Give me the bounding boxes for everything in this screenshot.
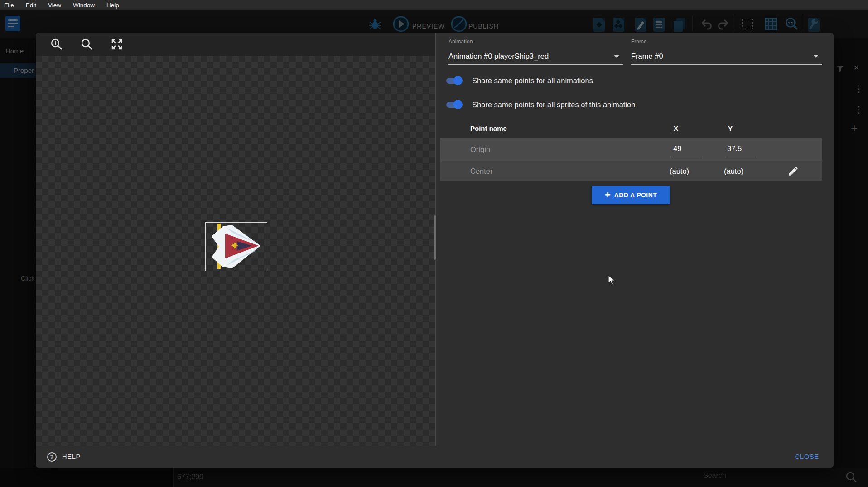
- sprite-canvas[interactable]: [36, 33, 436, 446]
- center-y-value: (auto): [724, 167, 743, 175]
- column-header-y: Y: [728, 124, 733, 132]
- column-header-x: X: [674, 124, 678, 132]
- plus-icon: +: [605, 191, 611, 200]
- center-x-value: (auto): [670, 167, 689, 175]
- menu-help[interactable]: Help: [106, 2, 119, 9]
- share-points-sprites-toggle[interactable]: [445, 100, 463, 109]
- menu-view[interactable]: View: [48, 2, 61, 9]
- chevron-down-icon: [813, 55, 819, 58]
- origin-y-field[interactable]: 37.5: [726, 142, 757, 157]
- edit-point-button[interactable]: [787, 165, 799, 177]
- animation-select[interactable]: Animation Animation #0 playerShip3_red: [448, 38, 623, 65]
- canvas-toolbar: [36, 33, 436, 56]
- frame-select-label: Frame: [631, 38, 647, 45]
- origin-x-field[interactable]: 49: [672, 142, 703, 157]
- table-row-origin[interactable]: Origin 49 37.5: [440, 138, 822, 161]
- animation-select-value: Animation #0 playerShip3_red: [448, 52, 549, 61]
- menu-window[interactable]: Window: [73, 2, 95, 9]
- frame-select[interactable]: Frame Frame #0: [631, 38, 822, 65]
- edit-points-dialog: Animation Animation #0 playerShip3_red F…: [36, 33, 834, 468]
- scrollbar-thumb[interactable]: [434, 215, 436, 260]
- sprite-frame[interactable]: [205, 222, 267, 271]
- share-points-animations-toggle[interactable]: [445, 76, 463, 85]
- zoom-in-icon[interactable]: [50, 38, 63, 51]
- dialog-footer: ? HELP CLOSE: [36, 446, 834, 468]
- help-button[interactable]: ? HELP: [47, 452, 81, 462]
- app-root: PREVIEW PUBLISH: [0, 0, 868, 487]
- player-ship-sprite: [206, 223, 267, 271]
- toggle-label: Share same points for all sprites of thi…: [472, 100, 635, 109]
- share-points-sprites-row: Share same points for all sprites of thi…: [445, 99, 635, 110]
- point-name: Center: [470, 167, 493, 175]
- animation-select-label: Animation: [448, 38, 473, 45]
- frame-select-value: Frame #0: [631, 52, 663, 61]
- mouse-cursor: [608, 275, 616, 287]
- menu-edit[interactable]: Edit: [26, 2, 36, 9]
- zoom-out-icon[interactable]: [81, 38, 93, 51]
- add-a-point-button[interactable]: + ADD A POINT: [592, 186, 670, 204]
- fit-to-screen-icon[interactable]: [111, 38, 123, 51]
- point-name: Origin: [470, 145, 490, 154]
- table-row-center[interactable]: Center (auto) (auto): [440, 161, 822, 181]
- close-button[interactable]: CLOSE: [795, 453, 819, 460]
- toggle-label: Share same points for all animations: [472, 76, 593, 85]
- share-points-animations-row: Share same points for all animations: [445, 75, 593, 86]
- help-icon: ?: [47, 452, 57, 462]
- menu-file[interactable]: File: [4, 2, 14, 9]
- column-header-point-name: Point name: [470, 124, 507, 132]
- chevron-down-icon: [614, 55, 619, 58]
- menu-bar: File Edit View Window Help: [0, 0, 868, 10]
- points-panel: Animation Animation #0 playerShip3_red F…: [436, 33, 834, 446]
